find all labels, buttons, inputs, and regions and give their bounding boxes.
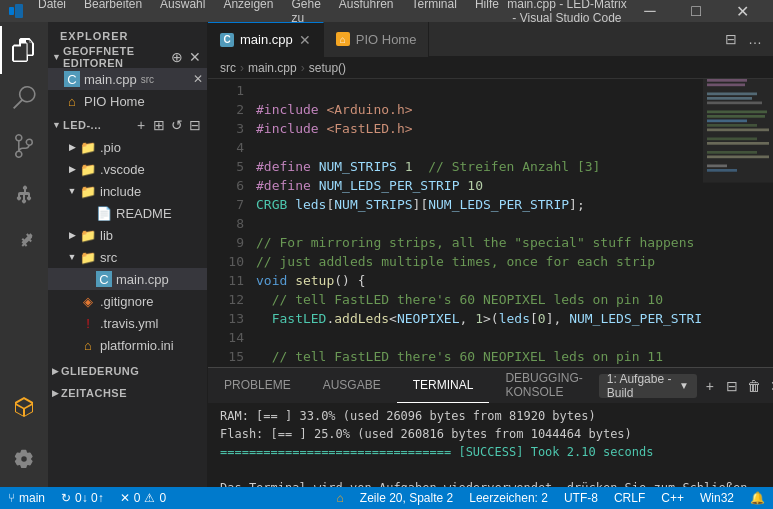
sidebar: EXPLORER ▼ GEÖFFNETE EDITOREN ⊕ ✕ C main… [48, 22, 208, 487]
status-indent[interactable]: Leerzeichen: 2 [461, 487, 556, 509]
new-folder-icon[interactable]: ⊞ [151, 117, 167, 133]
tree-vscode-folder[interactable]: ▶ 📁 .vscode [48, 158, 207, 180]
status-errors[interactable]: ✕ 0 ⚠ 0 [112, 487, 174, 509]
tab-pio-home[interactable]: ⌂ PIO Home [324, 22, 430, 57]
svg-rect-0 [9, 7, 14, 15]
new-file-icon[interactable]: + [133, 117, 149, 133]
panel-tab-ausgabe[interactable]: AUSGABE [307, 368, 397, 403]
gitignore-icon: ◈ [80, 293, 96, 309]
status-warning-count: 0 [159, 491, 166, 505]
tree-travis-file[interactable]: ! .travis.yml [48, 312, 207, 334]
tree-include-folder[interactable]: ▼ 📁 include [48, 180, 207, 202]
status-indent-label: Leerzeichen: 2 [469, 491, 548, 505]
status-error-count: 0 [134, 491, 141, 505]
readme-label: README [116, 206, 172, 221]
add-terminal-button[interactable]: + [701, 374, 719, 398]
panel-content[interactable]: RAM: [== ] 33.0% (used 26096 bytes from … [208, 403, 773, 487]
split-terminal-button[interactable]: ⊟ [723, 374, 741, 398]
lib-folder-icon: 📁 [80, 227, 96, 243]
sidebar-content: ▼ GEÖFFNETE EDITOREN ⊕ ✕ C main.cpp src … [48, 46, 207, 487]
status-position[interactable]: Zeile 20, Spalte 2 [352, 487, 461, 509]
minimap [703, 79, 773, 367]
tab-actions: ⊟ … [713, 29, 773, 49]
tree-main-cpp-file[interactable]: C main.cpp [48, 268, 207, 290]
tree-lib-folder[interactable]: ▶ 📁 lib [48, 224, 207, 246]
kill-terminal-button[interactable]: 🗑 [745, 374, 763, 398]
explorer-activity-icon[interactable] [0, 26, 48, 74]
source-control-activity-icon[interactable] [0, 122, 48, 170]
minimize-button[interactable]: ─ [627, 0, 673, 22]
split-editor-button[interactable]: ⊟ [721, 29, 741, 49]
status-feedback[interactable]: 🔔 [742, 487, 773, 509]
vscode-label: .vscode [100, 162, 145, 177]
tab-main-cpp-close[interactable]: ✕ [299, 32, 311, 48]
platformio-icon: ⌂ [80, 337, 96, 353]
collapse-icon[interactable]: ⊟ [187, 117, 203, 133]
close-button[interactable]: ✕ [719, 0, 765, 22]
tab-main-cpp[interactable]: C main.cpp ✕ [208, 22, 324, 57]
outline-section[interactable]: ▶ GLIEDERUNG [48, 360, 207, 382]
debug-activity-icon[interactable] [0, 170, 48, 218]
close-all-icon[interactable]: ✕ [187, 49, 203, 65]
task-dropdown[interactable]: 1: Aufgabe - Build ▼ [599, 374, 697, 398]
extensions-activity-icon[interactable] [0, 218, 48, 266]
tab-pio-icon: ⌂ [336, 32, 350, 46]
cpp-file-icon: C [64, 71, 80, 87]
status-sync-label: 0↓ 0↑ [75, 491, 104, 505]
status-encoding[interactable]: UTF-8 [556, 487, 606, 509]
status-sync[interactable]: ↻ 0↓ 0↑ [53, 487, 112, 509]
pio-chevron-right: ▶ [64, 142, 80, 152]
breadcrumb-sep-2: › [301, 61, 305, 75]
timeline-section[interactable]: ▶ ZEITACHSE [48, 382, 207, 404]
readme-icon: 📄 [96, 205, 112, 221]
maximize-button[interactable]: □ [673, 0, 719, 22]
tree-gitignore-file[interactable]: ◈ .gitignore [48, 290, 207, 312]
breadcrumb-item-src[interactable]: src [220, 61, 236, 75]
open-editor-main-cpp[interactable]: C main.cpp src ✕ [48, 68, 207, 90]
status-platform[interactable]: Win32 [692, 487, 742, 509]
settings-activity-icon[interactable] [0, 435, 48, 483]
travis-label: .travis.yml [100, 316, 159, 331]
more-actions-button[interactable]: … [745, 29, 765, 49]
tree-src-folder[interactable]: ▼ 📁 src [48, 246, 207, 268]
pio-label: .pio [100, 140, 121, 155]
code-content[interactable]: #include <Arduino.h> #include <FastLED.h… [256, 79, 703, 367]
breadcrumb-item-file[interactable]: main.cpp [248, 61, 297, 75]
timeline-label: ZEITACHSE [61, 387, 127, 399]
panel: PROBLEME AUSGABE TERMINAL DEBUGGING-KONS… [208, 367, 773, 487]
breadcrumb-item-func[interactable]: setup() [309, 61, 346, 75]
search-activity-icon[interactable] [0, 74, 48, 122]
save-all-icon[interactable]: ⊕ [169, 49, 185, 65]
code-editor[interactable]: 12345 678910 1112131415 16171819 20 2122… [208, 79, 773, 367]
pio-activity-icon[interactable] [0, 383, 48, 431]
project-actions: + ⊞ ↺ ⊟ [133, 117, 203, 133]
open-editor-pio-home[interactable]: ⌂ PIO Home [48, 90, 207, 112]
status-eol-label: CRLF [614, 491, 645, 505]
panel-tab-probleme[interactable]: PROBLEME [208, 368, 307, 403]
project-section[interactable]: ▼ LED-... + ⊞ ↺ ⊟ [48, 114, 207, 136]
refresh-icon[interactable]: ↺ [169, 117, 185, 133]
status-pio[interactable]: ⌂ [329, 487, 352, 509]
tree-readme-file[interactable]: 📄 README [48, 202, 207, 224]
open-editors-actions: ⊕ ✕ [169, 49, 203, 65]
tree-platformio-file[interactable]: ⌂ platformio.ini [48, 334, 207, 356]
tree-pio-folder[interactable]: ▶ 📁 .pio [48, 136, 207, 158]
open-editor-tag: src [141, 74, 154, 85]
project-chevron: ▼ [52, 120, 61, 130]
panel-tab-debug[interactable]: DEBUGGING-KONSOLE [489, 368, 598, 403]
status-language[interactable]: C++ [653, 487, 692, 509]
dropdown-chevron: ▼ [679, 380, 689, 391]
project-label: LED-... [63, 119, 101, 131]
breadcrumb-sep-1: › [240, 61, 244, 75]
close-panel-button[interactable]: ✕ [767, 374, 773, 398]
status-branch[interactable]: ⑂ main [0, 487, 53, 509]
status-eol[interactable]: CRLF [606, 487, 653, 509]
app-icon [8, 3, 24, 19]
task-label: 1: Aufgabe - Build [607, 372, 675, 400]
open-editors-label: GEÖFFNETE EDITOREN [63, 46, 169, 69]
panel-tab-terminal[interactable]: TERMINAL [397, 368, 490, 403]
close-open-editor-icon[interactable]: ✕ [193, 72, 203, 86]
open-editor-main-label: main.cpp [84, 72, 137, 87]
open-editors-section[interactable]: ▼ GEÖFFNETE EDITOREN ⊕ ✕ [48, 46, 207, 68]
line-numbers: 12345 678910 1112131415 16171819 20 2122 [208, 79, 256, 367]
